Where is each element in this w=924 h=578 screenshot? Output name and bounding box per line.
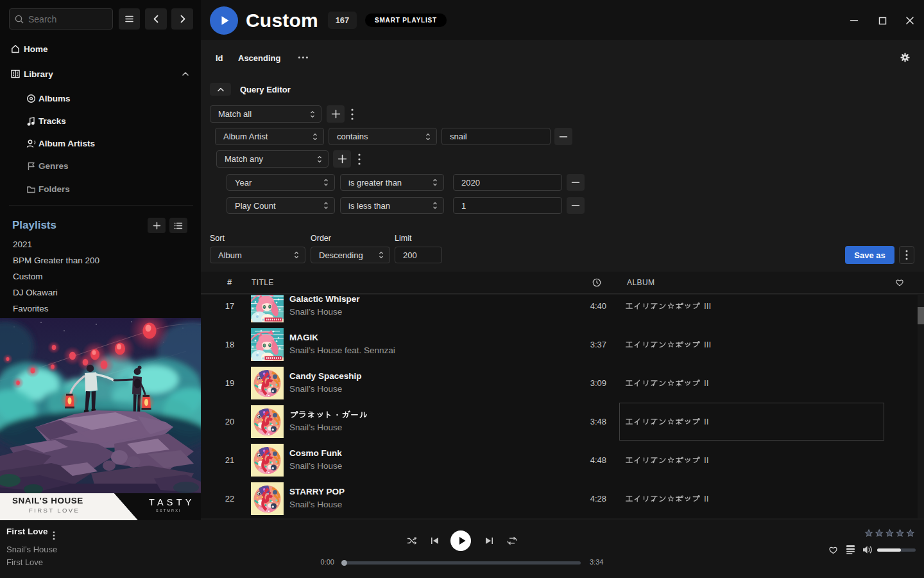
svg-text:SSTMRXI: SSTMRXI xyxy=(156,509,182,512)
svg-text:FIRST LOVE: FIRST LOVE xyxy=(29,507,80,514)
svg-text:TASTY: TASTY xyxy=(149,497,195,507)
svg-text:SNAIL’S HOUSE: SNAIL’S HOUSE xyxy=(12,496,83,505)
